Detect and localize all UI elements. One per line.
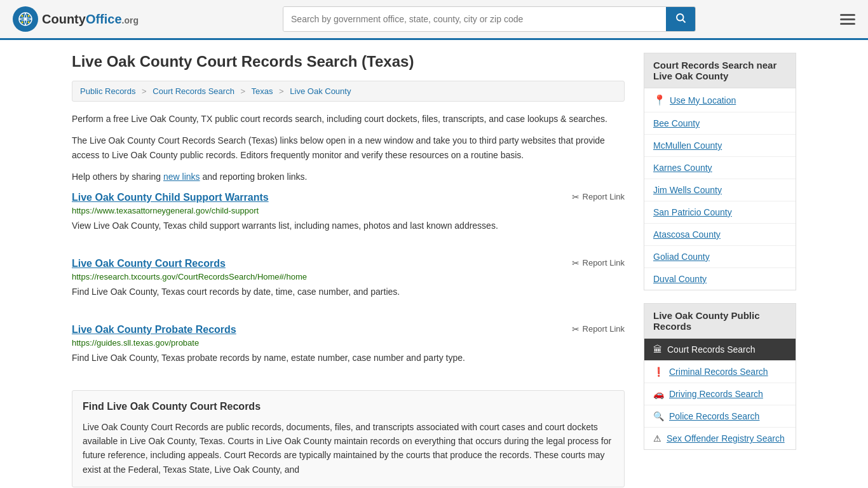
nearby-county-link-2[interactable]: McMullen County: [653, 140, 722, 151]
nearby-counties-box: Court Records Search near Live Oak Count…: [644, 53, 796, 290]
result-url-1[interactable]: https://www.texasattorneygeneral.gov/chi…: [72, 206, 625, 215]
nav-driving-records[interactable]: 🚗 Driving Records Search: [644, 383, 796, 405]
description-3: Help others by sharing new links and rep…: [72, 170, 625, 184]
search-bar: [283, 6, 696, 32]
nearby-county-8[interactable]: Duval County: [644, 268, 796, 290]
nearby-county-3[interactable]: Karnes County: [644, 157, 796, 179]
report-link-3[interactable]: ✂ Report Link: [572, 324, 625, 334]
result-desc-1: View Live Oak County, Texas child suppor…: [72, 219, 625, 233]
police-records-icon: 🔍: [653, 411, 664, 421]
result-desc-2: Find Live Oak County, Texas court record…: [72, 285, 625, 299]
nav-criminal-records-link[interactable]: Criminal Records Search: [669, 367, 768, 377]
breadcrumb: Public Records > Court Records Search > …: [72, 81, 625, 102]
nearby-county-1[interactable]: Bee County: [644, 112, 796, 135]
svg-point-3: [28, 15, 30, 17]
nav-court-records[interactable]: 🏛 Court Records Search: [644, 339, 796, 361]
nearby-county-5[interactable]: San Patricio County: [644, 201, 796, 224]
nav-driving-records-link[interactable]: Driving Records Search: [669, 389, 763, 399]
nav-police-records[interactable]: 🔍 Police Records Search: [644, 405, 796, 428]
nearby-counties-list: 📍 Use My Location Bee County McMullen Co…: [644, 88, 796, 290]
driving-records-icon: 🚗: [653, 389, 664, 399]
svg-line-7: [682, 20, 685, 22]
logo-text: CountyOffice.org: [42, 12, 139, 27]
nearby-county-link-4[interactable]: Jim Wells County: [653, 185, 722, 195]
result-header-2: Live Oak County Court Records ✂ Report L…: [72, 258, 625, 269]
nearby-county-link-5[interactable]: San Patricio County: [653, 207, 732, 217]
svg-point-1: [24, 18, 27, 20]
result-url-2[interactable]: https://research.txcourts.gov/CourtRecor…: [72, 272, 625, 281]
description-2: The Live Oak County Court Records Search…: [72, 133, 625, 162]
nearby-county-6[interactable]: Atascosa County: [644, 224, 796, 246]
report-icon-1: ✂: [572, 192, 580, 202]
svg-point-2: [22, 15, 24, 17]
nav-sex-offender[interactable]: ⚠ Sex Offender Registry Search: [644, 428, 796, 449]
public-records-header: Live Oak County Public Records: [644, 303, 796, 339]
find-section: Find Live Oak County Court Records Live …: [72, 390, 625, 488]
result-header-3: Live Oak County Probate Records ✂ Report…: [72, 324, 625, 336]
nearby-county-link-6[interactable]: Atascosa County: [653, 229, 721, 240]
nearby-county-2[interactable]: McMullen County: [644, 135, 796, 157]
use-my-location-item[interactable]: 📍 Use My Location: [644, 88, 796, 112]
result-title-3[interactable]: Live Oak County Probate Records: [72, 324, 236, 336]
location-icon: 📍: [653, 94, 666, 106]
header: CountyOffice.org: [0, 0, 868, 40]
criminal-records-icon: ❗: [653, 367, 664, 377]
public-records-list: 🏛 Court Records Search ❗ Criminal Record…: [644, 339, 796, 450]
result-item-1: Live Oak County Child Support Warrants ✂…: [72, 192, 625, 243]
result-title-1[interactable]: Live Oak County Child Support Warrants: [72, 192, 269, 203]
find-title: Find Live Oak County Court Records: [83, 401, 614, 412]
report-link-1[interactable]: ✂ Report Link: [572, 192, 625, 202]
public-records-box: Live Oak County Public Records 🏛 Court R…: [644, 303, 796, 450]
find-text: Live Oak County Court Records are public…: [83, 420, 614, 477]
nearby-county-link-3[interactable]: Karnes County: [653, 163, 712, 173]
nearby-county-link-8[interactable]: Duval County: [653, 274, 707, 284]
result-desc-3: Find Live Oak County, Texas probate reco…: [72, 351, 625, 365]
page-title: Live Oak County Court Records Search (Te…: [72, 53, 625, 71]
sidebar: Court Records Search near Live Oak Count…: [644, 53, 796, 487]
breadcrumb-public-records[interactable]: Public Records: [80, 86, 135, 96]
breadcrumb-court-records[interactable]: Court Records Search: [153, 86, 234, 96]
result-title-2[interactable]: Live Oak County Court Records: [72, 258, 226, 269]
nav-criminal-records[interactable]: ❗ Criminal Records Search: [644, 361, 796, 383]
breadcrumb-live-oak[interactable]: Live Oak County: [290, 86, 351, 96]
nearby-county-link-1[interactable]: Bee County: [653, 118, 700, 128]
report-link-2[interactable]: ✂ Report Link: [572, 258, 625, 268]
content-area: Live Oak County Court Records Search (Te…: [72, 53, 625, 487]
result-url-3[interactable]: https://guides.sll.texas.gov/probate: [72, 338, 625, 348]
result-item-2: Live Oak County Court Records ✂ Report L…: [72, 258, 625, 309]
svg-point-5: [28, 22, 30, 24]
nearby-county-link-7[interactable]: Goliad County: [653, 252, 710, 262]
court-records-icon: 🏛: [653, 344, 662, 355]
nav-court-records-link[interactable]: Court Records Search: [667, 344, 756, 355]
result-item-3: Live Oak County Probate Records ✂ Report…: [72, 324, 625, 375]
nav-sex-offender-link[interactable]: Sex Offender Registry Search: [667, 433, 785, 444]
sex-offender-icon: ⚠: [653, 433, 661, 444]
report-icon-3: ✂: [572, 324, 580, 334]
logo-area: CountyOffice.org: [13, 6, 139, 32]
result-header-1: Live Oak County Child Support Warrants ✂…: [72, 192, 625, 203]
search-button[interactable]: [666, 7, 695, 31]
search-area: [283, 6, 696, 32]
main-container: Live Oak County Court Records Search (Te…: [53, 40, 815, 488]
nearby-county-4[interactable]: Jim Wells County: [644, 179, 796, 201]
description-1: Perform a free Live Oak County, TX publi…: [72, 112, 625, 126]
hamburger-menu-button[interactable]: [840, 14, 855, 25]
report-icon-2: ✂: [572, 258, 580, 268]
use-my-location-link[interactable]: Use My Location: [670, 95, 736, 105]
search-input[interactable]: [283, 7, 666, 31]
nearby-county-7[interactable]: Goliad County: [644, 246, 796, 268]
svg-point-6: [677, 14, 684, 21]
nav-police-records-link[interactable]: Police Records Search: [669, 411, 759, 421]
logo-icon: [13, 6, 38, 32]
new-links-link[interactable]: new links: [163, 172, 200, 182]
svg-point-4: [22, 22, 24, 24]
nearby-counties-header: Court Records Search near Live Oak Count…: [644, 53, 796, 88]
breadcrumb-texas[interactable]: Texas: [252, 86, 273, 96]
